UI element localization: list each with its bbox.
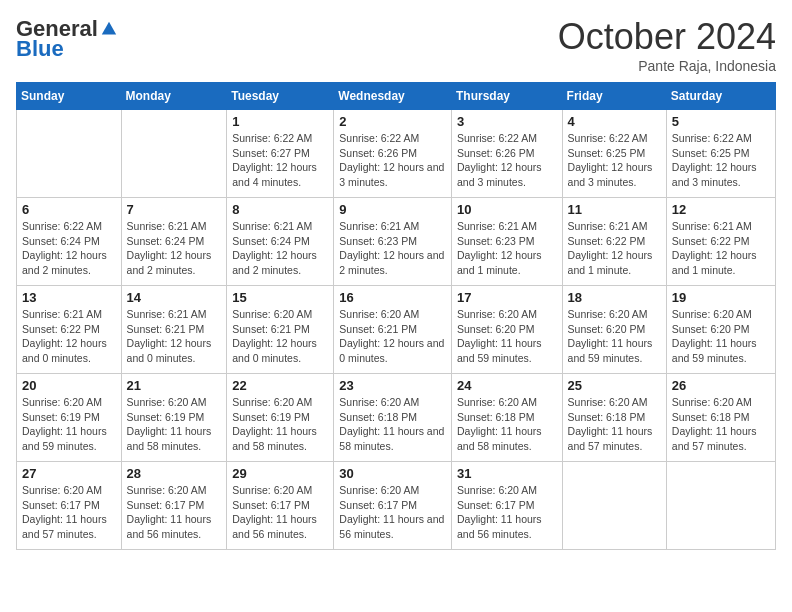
calendar-cell: 20Sunrise: 6:20 AMSunset: 6:19 PMDayligh… — [17, 374, 122, 462]
day-number: 14 — [127, 290, 222, 305]
calendar-cell: 25Sunrise: 6:20 AMSunset: 6:18 PMDayligh… — [562, 374, 666, 462]
day-header-thursday: Thursday — [451, 83, 562, 110]
calendar-cell: 27Sunrise: 6:20 AMSunset: 6:17 PMDayligh… — [17, 462, 122, 550]
day-info: Sunrise: 6:20 AMSunset: 6:18 PMDaylight:… — [672, 395, 770, 454]
day-number: 17 — [457, 290, 557, 305]
day-number: 23 — [339, 378, 446, 393]
svg-marker-0 — [102, 22, 116, 35]
day-number: 31 — [457, 466, 557, 481]
calendar-cell: 29Sunrise: 6:20 AMSunset: 6:17 PMDayligh… — [227, 462, 334, 550]
day-info: Sunrise: 6:21 AMSunset: 6:22 PMDaylight:… — [568, 219, 661, 278]
day-info: Sunrise: 6:20 AMSunset: 6:17 PMDaylight:… — [457, 483, 557, 542]
day-info: Sunrise: 6:20 AMSunset: 6:17 PMDaylight:… — [22, 483, 116, 542]
day-number: 30 — [339, 466, 446, 481]
day-number: 9 — [339, 202, 446, 217]
day-number: 12 — [672, 202, 770, 217]
day-info: Sunrise: 6:20 AMSunset: 6:19 PMDaylight:… — [127, 395, 222, 454]
day-info: Sunrise: 6:22 AMSunset: 6:27 PMDaylight:… — [232, 131, 328, 190]
day-number: 11 — [568, 202, 661, 217]
day-info: Sunrise: 6:20 AMSunset: 6:21 PMDaylight:… — [339, 307, 446, 366]
day-number: 24 — [457, 378, 557, 393]
day-info: Sunrise: 6:20 AMSunset: 6:17 PMDaylight:… — [232, 483, 328, 542]
calendar-cell — [562, 462, 666, 550]
calendar-cell: 30Sunrise: 6:20 AMSunset: 6:17 PMDayligh… — [334, 462, 452, 550]
day-number: 27 — [22, 466, 116, 481]
logo: General Blue — [16, 16, 118, 62]
week-row-2: 6Sunrise: 6:22 AMSunset: 6:24 PMDaylight… — [17, 198, 776, 286]
calendar-cell: 31Sunrise: 6:20 AMSunset: 6:17 PMDayligh… — [451, 462, 562, 550]
calendar-cell: 22Sunrise: 6:20 AMSunset: 6:19 PMDayligh… — [227, 374, 334, 462]
day-info: Sunrise: 6:20 AMSunset: 6:18 PMDaylight:… — [568, 395, 661, 454]
calendar-cell: 24Sunrise: 6:20 AMSunset: 6:18 PMDayligh… — [451, 374, 562, 462]
calendar-cell: 2Sunrise: 6:22 AMSunset: 6:26 PMDaylight… — [334, 110, 452, 198]
calendar-table: SundayMondayTuesdayWednesdayThursdayFrid… — [16, 82, 776, 550]
day-number: 8 — [232, 202, 328, 217]
day-header-tuesday: Tuesday — [227, 83, 334, 110]
day-number: 5 — [672, 114, 770, 129]
day-number: 22 — [232, 378, 328, 393]
page-header: General Blue October 2024 Pante Raja, In… — [16, 16, 776, 74]
calendar-cell: 9Sunrise: 6:21 AMSunset: 6:23 PMDaylight… — [334, 198, 452, 286]
day-number: 25 — [568, 378, 661, 393]
day-info: Sunrise: 6:21 AMSunset: 6:22 PMDaylight:… — [672, 219, 770, 278]
day-info: Sunrise: 6:22 AMSunset: 6:24 PMDaylight:… — [22, 219, 116, 278]
day-info: Sunrise: 6:20 AMSunset: 6:20 PMDaylight:… — [457, 307, 557, 366]
calendar-cell: 16Sunrise: 6:20 AMSunset: 6:21 PMDayligh… — [334, 286, 452, 374]
day-number: 7 — [127, 202, 222, 217]
calendar-cell: 17Sunrise: 6:20 AMSunset: 6:20 PMDayligh… — [451, 286, 562, 374]
day-header-monday: Monday — [121, 83, 227, 110]
calendar-cell: 7Sunrise: 6:21 AMSunset: 6:24 PMDaylight… — [121, 198, 227, 286]
day-number: 10 — [457, 202, 557, 217]
calendar-cell: 5Sunrise: 6:22 AMSunset: 6:25 PMDaylight… — [666, 110, 775, 198]
day-info: Sunrise: 6:21 AMSunset: 6:24 PMDaylight:… — [232, 219, 328, 278]
calendar-cell — [666, 462, 775, 550]
day-number: 16 — [339, 290, 446, 305]
day-info: Sunrise: 6:20 AMSunset: 6:19 PMDaylight:… — [22, 395, 116, 454]
week-row-3: 13Sunrise: 6:21 AMSunset: 6:22 PMDayligh… — [17, 286, 776, 374]
day-number: 13 — [22, 290, 116, 305]
calendar-cell: 19Sunrise: 6:20 AMSunset: 6:20 PMDayligh… — [666, 286, 775, 374]
day-number: 28 — [127, 466, 222, 481]
week-row-4: 20Sunrise: 6:20 AMSunset: 6:19 PMDayligh… — [17, 374, 776, 462]
day-info: Sunrise: 6:20 AMSunset: 6:18 PMDaylight:… — [339, 395, 446, 454]
day-number: 3 — [457, 114, 557, 129]
calendar-cell: 10Sunrise: 6:21 AMSunset: 6:23 PMDayligh… — [451, 198, 562, 286]
title-block: October 2024 Pante Raja, Indonesia — [558, 16, 776, 74]
day-number: 15 — [232, 290, 328, 305]
day-number: 29 — [232, 466, 328, 481]
calendar-cell — [17, 110, 122, 198]
day-number: 1 — [232, 114, 328, 129]
day-number: 4 — [568, 114, 661, 129]
calendar-cell: 8Sunrise: 6:21 AMSunset: 6:24 PMDaylight… — [227, 198, 334, 286]
day-info: Sunrise: 6:20 AMSunset: 6:21 PMDaylight:… — [232, 307, 328, 366]
day-info: Sunrise: 6:22 AMSunset: 6:26 PMDaylight:… — [339, 131, 446, 190]
calendar-cell — [121, 110, 227, 198]
calendar-cell: 1Sunrise: 6:22 AMSunset: 6:27 PMDaylight… — [227, 110, 334, 198]
week-row-1: 1Sunrise: 6:22 AMSunset: 6:27 PMDaylight… — [17, 110, 776, 198]
day-info: Sunrise: 6:20 AMSunset: 6:17 PMDaylight:… — [127, 483, 222, 542]
calendar-cell: 28Sunrise: 6:20 AMSunset: 6:17 PMDayligh… — [121, 462, 227, 550]
calendar-cell: 12Sunrise: 6:21 AMSunset: 6:22 PMDayligh… — [666, 198, 775, 286]
calendar-cell: 6Sunrise: 6:22 AMSunset: 6:24 PMDaylight… — [17, 198, 122, 286]
day-number: 2 — [339, 114, 446, 129]
day-number: 21 — [127, 378, 222, 393]
month-title: October 2024 — [558, 16, 776, 58]
week-row-5: 27Sunrise: 6:20 AMSunset: 6:17 PMDayligh… — [17, 462, 776, 550]
day-info: Sunrise: 6:22 AMSunset: 6:25 PMDaylight:… — [672, 131, 770, 190]
logo-blue-text: Blue — [16, 36, 64, 62]
day-info: Sunrise: 6:21 AMSunset: 6:24 PMDaylight:… — [127, 219, 222, 278]
day-number: 19 — [672, 290, 770, 305]
day-info: Sunrise: 6:21 AMSunset: 6:23 PMDaylight:… — [457, 219, 557, 278]
day-info: Sunrise: 6:20 AMSunset: 6:20 PMDaylight:… — [568, 307, 661, 366]
calendar-cell: 11Sunrise: 6:21 AMSunset: 6:22 PMDayligh… — [562, 198, 666, 286]
calendar-cell: 21Sunrise: 6:20 AMSunset: 6:19 PMDayligh… — [121, 374, 227, 462]
day-info: Sunrise: 6:20 AMSunset: 6:19 PMDaylight:… — [232, 395, 328, 454]
day-number: 18 — [568, 290, 661, 305]
calendar-cell: 26Sunrise: 6:20 AMSunset: 6:18 PMDayligh… — [666, 374, 775, 462]
day-info: Sunrise: 6:22 AMSunset: 6:25 PMDaylight:… — [568, 131, 661, 190]
calendar-cell: 4Sunrise: 6:22 AMSunset: 6:25 PMDaylight… — [562, 110, 666, 198]
location: Pante Raja, Indonesia — [558, 58, 776, 74]
day-info: Sunrise: 6:22 AMSunset: 6:26 PMDaylight:… — [457, 131, 557, 190]
calendar-cell: 23Sunrise: 6:20 AMSunset: 6:18 PMDayligh… — [334, 374, 452, 462]
day-info: Sunrise: 6:20 AMSunset: 6:18 PMDaylight:… — [457, 395, 557, 454]
